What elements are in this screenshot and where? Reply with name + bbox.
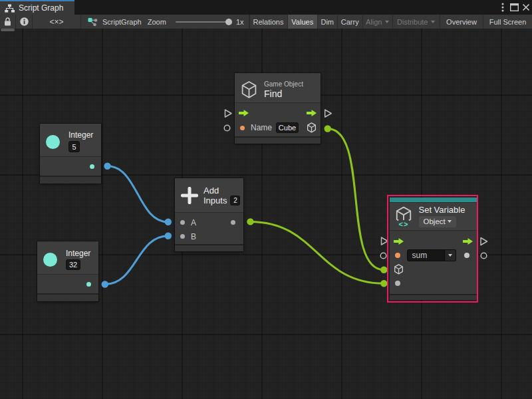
- window-menu-button[interactable]: [499, 1, 507, 13]
- node-body: Name Cube: [235, 102, 321, 136]
- lock-button[interactable]: [0, 15, 15, 29]
- find-name-in-port[interactable]: [224, 125, 230, 131]
- wire-int5-to-add-a[interactable]: [108, 166, 168, 222]
- add-icon: [181, 187, 198, 204]
- kebab-menu-icon: [501, 3, 504, 12]
- wire-int5-to-add-a-end-port[interactable]: [165, 219, 172, 225]
- integer-value-input[interactable]: 32: [66, 259, 80, 270]
- node-set-variable[interactable]: <> Set Variable Object: [390, 198, 477, 300]
- wire-int32-to-add-b[interactable]: [105, 236, 168, 285]
- node-integer-5[interactable]: Integer 5: [40, 124, 101, 184]
- wire-find-to-setvar-object[interactable]: [328, 129, 384, 270]
- breadcrumb-label: ScriptGraph: [102, 18, 142, 26]
- setvar-flow-out-port[interactable]: [481, 238, 487, 245]
- node-body: A B: [175, 212, 243, 244]
- node-subtitle: Inputs: [203, 196, 227, 205]
- toolbar-button-carry[interactable]: Carry: [338, 15, 363, 29]
- port-row: [390, 277, 477, 291]
- setvar-value-out-port[interactable]: [481, 253, 487, 259]
- find-flow-in-port[interactable]: [225, 110, 232, 117]
- wire-int32-to-add-b-start-port[interactable]: [102, 281, 108, 287]
- variable-color-strip: [390, 198, 477, 202]
- inputs-count-input[interactable]: 2: [230, 196, 240, 205]
- toolbar-button-relations[interactable]: Relations: [250, 15, 287, 29]
- node-body: [37, 274, 98, 293]
- node-add[interactable]: Add Inputs 2 A B: [175, 178, 243, 251]
- window-maximize-button[interactable]: [509, 1, 519, 13]
- node-title: Integer: [66, 249, 90, 258]
- flow-out-arrow-icon[interactable]: [463, 238, 473, 245]
- zoom-slider-handle[interactable]: [225, 19, 232, 25]
- toolbar-button-align[interactable]: Align: [363, 15, 392, 29]
- name-port-dot[interactable]: [240, 126, 245, 130]
- integer-value-input[interactable]: 5: [68, 141, 80, 152]
- breadcrumb[interactable]: ScriptGraph: [81, 15, 146, 29]
- node-header[interactable]: <> Set Variable Object: [390, 202, 477, 230]
- node-find[interactable]: Game Object Find Name Cube: [235, 73, 321, 144]
- port-a-label: A: [191, 218, 196, 227]
- input-port-a-dot[interactable]: [180, 220, 185, 225]
- toolbar-button-overview[interactable]: Overview: [440, 15, 483, 29]
- node-body: [40, 156, 101, 176]
- graph-canvas[interactable]: Integer 5 Integer 32: [0, 29, 532, 399]
- node-header[interactable]: Integer 5: [40, 124, 101, 156]
- output-port-dot[interactable]: [86, 282, 91, 287]
- node-integer-32[interactable]: Integer 32: [37, 241, 98, 301]
- variable-name-dropdown[interactable]: sum: [407, 249, 456, 261]
- port-row: [235, 106, 321, 120]
- node-header[interactable]: Add Inputs 2: [175, 178, 243, 212]
- code-view-button[interactable]: <×>: [33, 15, 80, 29]
- toolbar-button-full-screen[interactable]: Full Screen: [483, 15, 532, 29]
- output-port-dot[interactable]: [231, 220, 235, 225]
- node-title: Find: [264, 88, 303, 99]
- variable-scope-dropdown[interactable]: Object: [419, 216, 456, 227]
- zoom-label: Zoom: [148, 15, 172, 29]
- setvar-flow-in-port[interactable]: [382, 237, 388, 245]
- output-port-dot[interactable]: [90, 164, 94, 169]
- object-port-cube-icon[interactable]: [394, 264, 404, 275]
- node-title: Add: [203, 186, 240, 196]
- zoom-slider[interactable]: [172, 15, 231, 29]
- name-value-input[interactable]: Cube: [276, 122, 299, 133]
- info-button[interactable]: [16, 15, 32, 29]
- node-footer: [235, 136, 321, 144]
- node-header[interactable]: Game Object Find: [235, 73, 321, 102]
- port-row: A: [175, 215, 243, 229]
- wire-add-to-setvar-value-end-port[interactable]: [380, 280, 387, 287]
- tab-script-graph[interactable]: Script Graph: [0, 0, 74, 15]
- node-header[interactable]: Integer 32: [37, 241, 98, 274]
- variable-name-dropdown-button[interactable]: [445, 249, 456, 261]
- setvar-name-in-port[interactable]: [380, 253, 386, 259]
- info-icon: [20, 17, 29, 26]
- toolbar-button-values[interactable]: Values: [288, 15, 318, 29]
- wire-int32-to-add-b-end-port[interactable]: [165, 233, 172, 239]
- output-value-port-dot[interactable]: [464, 253, 469, 258]
- node-footer: [37, 293, 98, 301]
- toolbar-button-distribute[interactable]: Distribute: [393, 15, 440, 29]
- flow-out-arrow-icon[interactable]: [307, 110, 317, 116]
- code-icon: <×>: [49, 17, 63, 27]
- node-title: Integer: [68, 131, 93, 140]
- script-graph-icon: [88, 17, 98, 27]
- wire-find-to-setvar-object-start-port[interactable]: [325, 125, 331, 132]
- port-row: Name Cube: [235, 120, 321, 135]
- window-close-button[interactable]: [521, 1, 531, 13]
- flow-in-arrow-icon[interactable]: [239, 110, 249, 116]
- close-icon: [522, 3, 530, 11]
- flow-in-arrow-icon[interactable]: [394, 238, 404, 245]
- variable-name-port-dot[interactable]: [395, 253, 400, 258]
- wire-add-to-setvar-value[interactable]: [251, 221, 384, 283]
- value-port-dot[interactable]: [395, 281, 400, 286]
- wire-int5-to-add-a-start-port[interactable]: [104, 163, 110, 170]
- graph-toolbar: <×> ScriptGraph Zoom 1x RelationsValuesD…: [0, 15, 532, 29]
- dropdown-caret-icon: [448, 220, 452, 223]
- zoom-slider-track[interactable]: [176, 21, 231, 23]
- horizontal-scrollbar-thumb[interactable]: [1, 29, 15, 31]
- wire-find-to-setvar-object-end-port[interactable]: [380, 267, 387, 273]
- find-flow-out-port[interactable]: [325, 110, 332, 117]
- zoom-value: 1x: [231, 15, 249, 29]
- port-row: [390, 235, 477, 249]
- toolbar-button-dim[interactable]: Dim: [318, 15, 337, 29]
- input-port-b-dot[interactable]: [180, 234, 185, 239]
- wire-add-to-setvar-value-start-port[interactable]: [247, 218, 253, 225]
